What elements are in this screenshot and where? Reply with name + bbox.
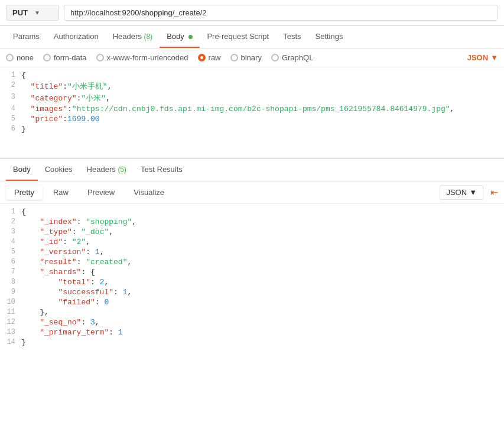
radio-circle-none (6, 54, 14, 61)
resp-code-line: 8 "total": 2, (0, 277, 504, 287)
resp-pretty-btn[interactable]: Pretty (6, 185, 43, 200)
resp-line-number: 13 (0, 328, 21, 336)
line-content: { (21, 71, 504, 80)
response-body-display: 1{2 "_index": "shopping",3 "_type": "_do… (0, 204, 504, 350)
resp-raw-btn[interactable]: Raw (45, 185, 77, 200)
resp-preview-btn[interactable]: Preview (79, 185, 123, 200)
resp-line-content: "successful": 1, (21, 288, 504, 297)
resp-line-content: "_index": "shopping", (21, 217, 504, 226)
response-section: Body Cookies Headers (5) Test Results Pr… (0, 159, 504, 350)
resp-line-number: 12 (0, 318, 21, 326)
resp-code-line: 2 "_index": "shopping", (0, 217, 504, 227)
resp-line-number: 3 (0, 228, 21, 236)
resp-line-number: 1 (0, 207, 21, 216)
resp-line-number: 9 (0, 288, 21, 296)
resp-code-line: 9 "successful": 1, (0, 287, 504, 297)
resp-line-content: }, (21, 308, 504, 317)
resp-headers-badge: (5) (118, 165, 126, 174)
method-select[interactable]: PUT ▼ (6, 5, 59, 21)
line-number: 3 (0, 93, 21, 101)
body-type-row: none form-data x-www-form-urlencoded raw… (0, 48, 504, 67)
resp-code-line: 11 }, (0, 307, 504, 317)
resp-line-content: "_type": "_doc", (21, 228, 504, 236)
resp-line-number: 6 (0, 258, 21, 266)
resp-code-line: 13 "_primary_term": 1 (0, 327, 504, 337)
line-content: } (21, 125, 504, 134)
resp-json-select[interactable]: JSON ▼ (440, 185, 483, 200)
resp-line-content: "result": "created", (21, 258, 504, 266)
radio-circle-graphql (271, 54, 279, 61)
resp-line-content: } (21, 338, 504, 347)
json-dropdown-icon: ▼ (490, 53, 498, 62)
resp-line-content: "_id": "2", (21, 238, 504, 246)
resp-line-content: "_version": 1, (21, 248, 504, 256)
resp-tab-headers[interactable]: Headers (5) (80, 159, 134, 181)
resp-line-number: 8 (0, 278, 21, 286)
tab-body[interactable]: Body (160, 26, 200, 48)
tab-settings[interactable]: Settings (308, 26, 350, 48)
radio-urlencoded[interactable]: x-www-form-urlencoded (96, 53, 188, 62)
line-number: 2 (0, 81, 21, 89)
resp-line-content: "failed": 0 (21, 298, 504, 307)
radio-binary[interactable]: binary (230, 53, 262, 62)
resp-line-content: "_seq_no": 3, (21, 318, 504, 327)
line-content: "price":1699.00 (21, 115, 504, 124)
line-number: 1 (0, 71, 21, 79)
resp-code-line: 3 "_type": "_doc", (0, 227, 504, 237)
headers-badge: (8) (144, 32, 152, 41)
resp-code-line: 12 "_seq_no": 3, (0, 317, 504, 327)
line-content: "category":"小米", (21, 93, 504, 103)
resp-line-number: 4 (0, 238, 21, 246)
code-line: 6} (0, 124, 504, 134)
resp-line-content: { (21, 207, 504, 216)
tab-headers[interactable]: Headers (8) (106, 26, 160, 48)
resp-line-number: 11 (0, 308, 21, 316)
line-number: 5 (0, 115, 21, 123)
tab-tests[interactable]: Tests (276, 26, 308, 48)
code-line: 3 "category":"小米", (0, 92, 504, 104)
response-toolbar: Pretty Raw Preview Visualize JSON ▼ ⇤ (0, 181, 504, 204)
request-body-editor[interactable]: 1{2 "title":"小米手机",3 "category":"小米",4 "… (0, 67, 504, 159)
body-active-dot (188, 35, 193, 39)
resp-code-line: 10 "failed": 0 (0, 297, 504, 307)
resp-line-number: 14 (0, 338, 21, 346)
tab-authorization[interactable]: Authorization (47, 26, 106, 48)
method-label: PUT (12, 8, 31, 17)
json-format-btn[interactable]: JSON ▼ (467, 53, 498, 62)
radio-form-data[interactable]: form-data (43, 53, 87, 62)
resp-line-number: 2 (0, 217, 21, 226)
resp-line-number: 5 (0, 248, 21, 256)
resp-json-arrow-icon: ▼ (469, 188, 477, 197)
line-content: "images":"https://cdn.cnbj0.fds.api.mi-i… (21, 105, 504, 113)
radio-raw[interactable]: raw (198, 53, 221, 62)
resp-tab-test-results[interactable]: Test Results (134, 159, 190, 181)
resp-tab-body[interactable]: Body (6, 159, 38, 181)
radio-circle-binary (230, 54, 238, 61)
request-tabs: Params Authorization Headers (8) Body Pr… (0, 26, 504, 48)
resp-visualize-btn[interactable]: Visualize (125, 185, 173, 200)
method-arrow-icon: ▼ (34, 9, 53, 16)
tab-params[interactable]: Params (6, 26, 47, 48)
radio-none[interactable]: none (6, 53, 34, 62)
resp-code-line: 14} (0, 337, 504, 347)
code-line: 1{ (0, 70, 504, 80)
url-input[interactable] (64, 5, 498, 21)
resp-tab-cookies[interactable]: Cookies (38, 159, 80, 181)
resp-line-content: "_primary_term": 1 (21, 328, 504, 337)
code-line: 4 "images":"https://cdn.cnbj0.fds.api.mi… (0, 104, 504, 114)
line-number: 4 (0, 105, 21, 113)
url-bar: PUT ▼ (0, 0, 504, 26)
tab-pre-request[interactable]: Pre-request Script (200, 26, 276, 48)
radio-circle-form-data (43, 54, 51, 61)
wrap-text-icon[interactable]: ⇤ (490, 187, 498, 198)
resp-line-number: 10 (0, 298, 21, 306)
radio-graphql[interactable]: GraphQL (271, 53, 313, 62)
resp-code-line: 5 "_version": 1, (0, 247, 504, 257)
resp-code-line: 6 "result": "created", (0, 257, 504, 267)
resp-code-line: 7 "_shards": { (0, 267, 504, 277)
code-line: 5 "price":1699.00 (0, 114, 504, 124)
response-tabs: Body Cookies Headers (5) Test Results (0, 159, 504, 181)
radio-circle-raw (198, 54, 206, 61)
resp-line-content: "total": 2, (21, 278, 504, 287)
line-content: "title":"小米手机", (21, 81, 504, 92)
